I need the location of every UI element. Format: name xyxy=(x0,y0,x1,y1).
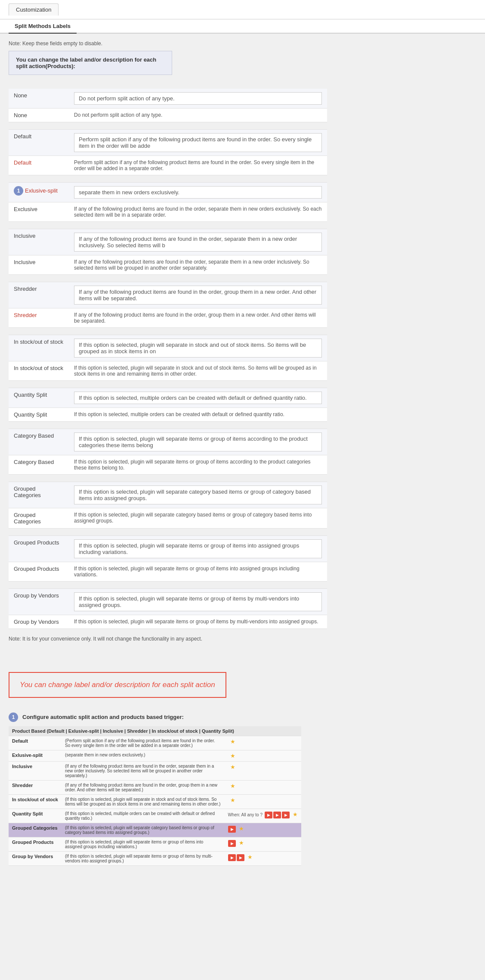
bottom-row-name: Grouped Categories xyxy=(9,823,62,837)
bottom-row-desc: (If this option is selected, multiple or… xyxy=(62,809,224,823)
star-icon: ★ xyxy=(239,825,244,832)
bottom-table-header: Product Based (Default | Exlusive-split … xyxy=(9,726,301,736)
row-label-input[interactable]: If any of the following product items ar… xyxy=(69,282,327,308)
star-icon: ★ xyxy=(239,840,244,846)
row-label-input[interactable]: Perform split action if any of the follo… xyxy=(69,130,327,156)
desc-row: Category Based If this option is selecte… xyxy=(9,455,327,475)
bottom-table-row: Grouped Products (If this option is sele… xyxy=(9,837,301,852)
row-label-name: Grouped Categories xyxy=(9,482,69,508)
tab-split-methods-labels[interactable]: Split Methods Labels xyxy=(9,19,77,34)
bottom-row-actions: When: All any to ?▶▶▶★ xyxy=(224,809,301,823)
row-desc-text: If this option is selected, plugin will … xyxy=(69,508,327,529)
bottom-row-name: Quantity Split xyxy=(9,809,62,823)
row-label-input[interactable]: Do not perform split action of any type. xyxy=(69,89,327,109)
label-row: In stock/out of stock If this option is … xyxy=(9,335,327,361)
row-label-input[interactable]: If this option is selected, plugin will … xyxy=(69,536,327,562)
bottom-table-row: Group by Vendors (If this option is sele… xyxy=(9,852,301,866)
row-label-name: In stock/out of stock xyxy=(9,335,69,361)
label-row: None Do not perform split action of any … xyxy=(9,89,327,109)
label-row: Grouped Products If this option is selec… xyxy=(9,536,327,562)
bottom-row-desc: (If this option is selected, plugin will… xyxy=(62,795,224,809)
row-desc-text: If this option is selected, plugin will … xyxy=(69,562,327,582)
row-desc-text: If any of the following product items ar… xyxy=(69,255,327,275)
bottom-row-name: Grouped Products xyxy=(9,837,62,852)
row-label-name: Grouped Products xyxy=(9,536,69,562)
bottom-row-name: Default xyxy=(9,736,62,750)
action-btn[interactable]: ▶ xyxy=(228,854,236,861)
sub-bar: Split Methods Labels xyxy=(0,19,485,34)
row-label-input[interactable]: If this option is selected, plugin will … xyxy=(69,429,327,455)
row-label-name: 1Exlusive-split xyxy=(9,183,69,202)
row-desc-name: Grouped Products xyxy=(9,562,69,582)
action-btn[interactable]: ▶ xyxy=(228,840,236,847)
row-desc-text: If this option is selected, plugin will … xyxy=(69,455,327,475)
bottom-table: Product Based (Default | Exlusive-split … xyxy=(9,726,301,866)
label-row: Quantity Split If this option is selecte… xyxy=(9,388,327,408)
top-bar: Customization xyxy=(0,0,485,19)
note-bottom: Note: It is for your convenience only. I… xyxy=(9,636,327,642)
desc-row: Default Perform split action if any of t… xyxy=(9,156,327,175)
bottom-table-row: Exlusive-split (separate them in new ord… xyxy=(9,750,301,762)
bottom-table-row: In stock/out of stock (If this option is… xyxy=(9,795,301,809)
top-tab-customization[interactable]: Customization xyxy=(9,3,59,16)
row-label-input[interactable]: If this option is selected, plugin will … xyxy=(69,335,327,361)
desc-row: Quantity Split If this option is selecte… xyxy=(9,408,327,422)
label-row: Grouped Categories If this option is sel… xyxy=(9,482,327,508)
label-row: Inclusive If any of the following produc… xyxy=(9,229,327,255)
action-btn[interactable]: ▶ xyxy=(237,854,244,861)
section2-badge: 1 xyxy=(9,712,18,722)
bottom-table-row: Default (Perform split action if any of … xyxy=(9,736,301,750)
bottom-row-actions: ★ xyxy=(224,750,301,762)
row-desc-name: Default xyxy=(9,156,69,175)
bottom-table-row: Grouped Categories (If this option is se… xyxy=(9,823,301,837)
action-btn[interactable]: ▶ xyxy=(265,812,272,818)
label-row: Shredder If any of the following product… xyxy=(9,282,327,308)
row-label-input[interactable]: separate them in new orders exclusively. xyxy=(69,183,327,202)
desc-row: Grouped Categories If this option is sel… xyxy=(9,508,327,529)
bottom-header-cell: Product Based (Default | Exlusive-split … xyxy=(9,726,301,736)
bottom-table-row: Inclusive (If any of the following produ… xyxy=(9,762,301,781)
row-desc-text: If this option is selected, plugin will … xyxy=(69,361,327,381)
row-desc-name: In stock/out of stock xyxy=(9,361,69,381)
label-row: Group by Vendors If this option is selec… xyxy=(9,589,327,615)
row-desc-name: Exclusive xyxy=(9,202,69,222)
bottom-row-actions: ▶★ xyxy=(224,823,301,837)
row-desc-name: Grouped Categories xyxy=(9,508,69,529)
bottom-row-desc: (If any of the following product items a… xyxy=(62,781,224,795)
star-icon: ★ xyxy=(293,811,298,818)
row-desc-name: Quantity Split xyxy=(9,408,69,422)
row-label-name: Group by Vendors xyxy=(9,589,69,615)
action-btn[interactable]: ▶ xyxy=(228,826,236,833)
row-desc-text: Do not perform split action of any type. xyxy=(69,109,327,122)
row-desc-name: Shredder xyxy=(9,308,69,328)
bottom-row-desc: (If this option is selected, plugin will… xyxy=(62,837,224,852)
bottom-table-row: Shredder (If any of the following produc… xyxy=(9,781,301,795)
row-desc-name: Inclusive xyxy=(9,255,69,275)
bottom-row-actions: ★ xyxy=(224,762,301,781)
desc-row: Inclusive If any of the following produc… xyxy=(9,255,327,275)
red-box: You can change label and/or description … xyxy=(9,672,226,698)
action-btn[interactable]: ▶ xyxy=(273,812,281,818)
row-desc-name: None xyxy=(9,109,69,122)
row-label-input[interactable]: If this option is selected, multiple ord… xyxy=(69,388,327,408)
note-top: Note: Keep these fields empty to disable… xyxy=(9,40,327,47)
desc-row: None Do not perform split action of any … xyxy=(9,109,327,122)
bottom-row-desc: (separate them in new orders exclusively… xyxy=(62,750,224,762)
section2-label: Configure automatic split action and pro… xyxy=(22,712,184,722)
action-btn[interactable]: ▶ xyxy=(282,812,290,818)
star-icon: ★ xyxy=(230,764,235,770)
bottom-row-desc: (If this option is selected, plugin will… xyxy=(62,823,224,837)
row-label-name: Category Based xyxy=(9,429,69,455)
desc-row: Grouped Products If this option is selec… xyxy=(9,562,327,582)
bottom-row-name: Shredder xyxy=(9,781,62,795)
bottom-row-desc: (If this option is selected, plugin will… xyxy=(62,852,224,866)
star-icon: ★ xyxy=(230,797,235,803)
red-box-section: You can change label and/or description … xyxy=(0,662,485,712)
row-label-input[interactable]: If this option is selected, plugin will … xyxy=(69,589,327,615)
main-content: Note: Keep these fields empty to disable… xyxy=(0,34,336,662)
desc-row: In stock/out of stock If this option is … xyxy=(9,361,327,381)
row-label-name: Quantity Split xyxy=(9,388,69,408)
row-label-input[interactable]: If this option is selected, plugin will … xyxy=(69,482,327,508)
row-label-input[interactable]: If any of the following product items ar… xyxy=(69,229,327,255)
split-methods-table: None Do not perform split action of any … xyxy=(9,89,327,629)
